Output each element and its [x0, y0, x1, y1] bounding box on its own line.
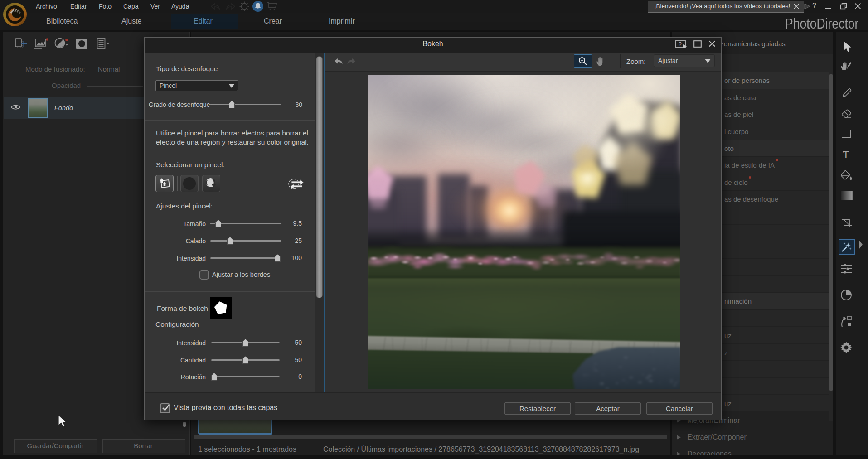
- svg-text:?: ?: [679, 41, 682, 48]
